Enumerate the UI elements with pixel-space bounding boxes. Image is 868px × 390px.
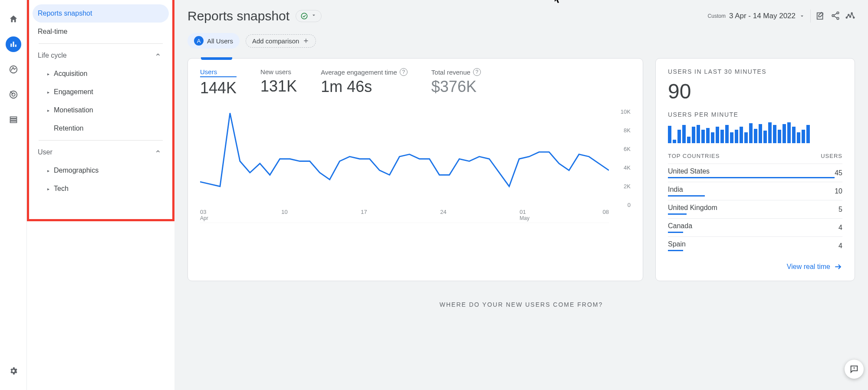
- country-name: United Kingdom: [668, 204, 838, 212]
- users-header: USERS: [821, 153, 842, 159]
- svg-rect-2: [15, 45, 16, 47]
- home-icon[interactable]: [6, 11, 21, 27]
- country-name: Canada: [668, 222, 838, 230]
- nav-label: Real-time: [38, 28, 67, 36]
- country-name: United States: [668, 167, 835, 175]
- sidebar: Reports snapshot Real-time Life cycle ▸A…: [27, 0, 174, 221]
- svg-point-17: [851, 13, 852, 14]
- section-lifecycle[interactable]: Life cycle: [33, 46, 169, 65]
- explore-icon[interactable]: [6, 62, 21, 77]
- chevron-up-icon: [155, 52, 161, 59]
- realtime-value: 90: [668, 79, 842, 103]
- spark-bar: [792, 127, 796, 143]
- sidebar-item-acquisition[interactable]: ▸Acquisition: [33, 65, 169, 83]
- country-users: 45: [835, 169, 842, 177]
- spark-bar: [773, 125, 776, 143]
- nav-label: Reports snapshot: [38, 10, 92, 17]
- arrow-right-icon: [834, 262, 842, 271]
- sidebar-item-retention[interactable]: ▸Retention: [33, 119, 169, 138]
- svg-rect-1: [13, 42, 14, 47]
- metric-label: Average engagement time ?: [321, 68, 408, 76]
- spark-bar: [725, 125, 729, 143]
- spark-bar: [797, 132, 800, 143]
- x-tick: 10: [281, 209, 287, 221]
- spark-bar: [668, 126, 671, 143]
- nav-label: Monetisation: [54, 106, 93, 114]
- configure-icon[interactable]: [6, 112, 21, 128]
- nav-divider: [39, 140, 163, 141]
- nav-reports-snapshot[interactable]: Reports snapshot: [33, 4, 169, 23]
- active-tab-indicator: [201, 57, 232, 60]
- metric-total-revenue[interactable]: Total revenue ?$376K: [431, 68, 481, 97]
- spark-bar: [716, 127, 719, 143]
- nav-label: Engagement: [54, 88, 93, 96]
- nav-realtime[interactable]: Real-time: [33, 23, 169, 41]
- spark-bar: [735, 130, 738, 143]
- date-range-picker[interactable]: Custom 3 Apr - 14 May 2022: [708, 12, 805, 20]
- chip-badge: A: [194, 36, 204, 46]
- chip-all-users[interactable]: A All Users: [187, 33, 240, 49]
- sidebar-item-monetisation[interactable]: ▸Monetisation: [33, 101, 169, 119]
- y-tick: 10K: [621, 108, 631, 115]
- section-label: User: [38, 148, 53, 156]
- nav-divider: [39, 43, 163, 44]
- y-tick: 8K: [621, 127, 631, 134]
- spark-bar: [783, 124, 786, 143]
- svg-point-16: [850, 16, 851, 17]
- chip-label: Add comparison: [252, 37, 299, 45]
- x-tick: 01May: [519, 209, 529, 221]
- country-row: United Kingdom5: [668, 200, 842, 218]
- spark-bar: [692, 127, 695, 143]
- advertising-icon[interactable]: [6, 87, 21, 102]
- spark-bar: [740, 127, 743, 143]
- country-row: Canada4: [668, 218, 842, 236]
- sidebar-item-engagement[interactable]: ▸Engagement: [33, 83, 169, 101]
- page-title: Reports snapshot: [187, 9, 289, 23]
- sidebar-item-demographics[interactable]: ▸Demographics: [33, 161, 169, 180]
- svg-point-3: [10, 66, 17, 73]
- nav-label: Tech: [54, 185, 69, 193]
- metric-label: Total revenue ?: [431, 68, 481, 76]
- sidebar-item-tech[interactable]: ▸Tech: [33, 180, 169, 198]
- caret-right-icon: ▸: [47, 187, 49, 191]
- caret-right-icon: ▸: [47, 72, 49, 76]
- date-range-label: Custom: [708, 13, 726, 19]
- spark-title: USERS PER MINUTE: [668, 111, 842, 118]
- help-icon[interactable]: ?: [473, 68, 481, 76]
- section-heading: WHERE DO YOUR NEW USERS COME FROM?: [187, 301, 855, 308]
- metric-value: 131K: [260, 77, 297, 95]
- link-label: View real time: [787, 263, 830, 271]
- help-icon[interactable]: ?: [400, 68, 408, 76]
- svg-point-15: [848, 14, 849, 15]
- title-status-badge[interactable]: [296, 10, 322, 22]
- spark-bar: [787, 122, 791, 143]
- chevron-up-icon: [155, 148, 161, 156]
- chevron-down-icon: [311, 12, 317, 20]
- nav-label: Retention: [54, 125, 84, 132]
- country-row: India10: [668, 182, 842, 200]
- country-row: Spain4: [668, 236, 842, 255]
- metric-average-engagement-time[interactable]: Average engagement time ?1m 46s: [321, 68, 408, 97]
- caret-right-icon: ▸: [47, 90, 49, 95]
- customize-icon[interactable]: [816, 11, 825, 22]
- spark-bar: [768, 122, 772, 143]
- insights-icon[interactable]: [845, 11, 855, 22]
- caret-right-icon: ▸: [47, 168, 49, 173]
- metric-users[interactable]: Users144K: [200, 68, 237, 97]
- spark-bar: [687, 137, 690, 143]
- svg-rect-6: [10, 117, 16, 118]
- users-line-chart: 10K8K6K4K2K0 03Apr10172401May08: [200, 108, 631, 221]
- add-comparison-button[interactable]: Add comparison: [246, 34, 316, 48]
- section-user[interactable]: User: [33, 143, 169, 161]
- feedback-button[interactable]: [845, 360, 864, 379]
- metric-label: New users: [260, 68, 297, 75]
- share-icon[interactable]: [831, 11, 840, 22]
- section-label: Life cycle: [38, 52, 67, 59]
- x-tick: 08: [603, 209, 609, 221]
- reports-icon[interactable]: [6, 36, 21, 52]
- caret-right-icon: ▸: [47, 108, 49, 113]
- settings-icon[interactable]: [6, 363, 21, 379]
- metric-new-users[interactable]: New users131K: [260, 68, 297, 97]
- y-tick: 6K: [621, 146, 631, 152]
- view-realtime-link[interactable]: View real time: [668, 262, 842, 271]
